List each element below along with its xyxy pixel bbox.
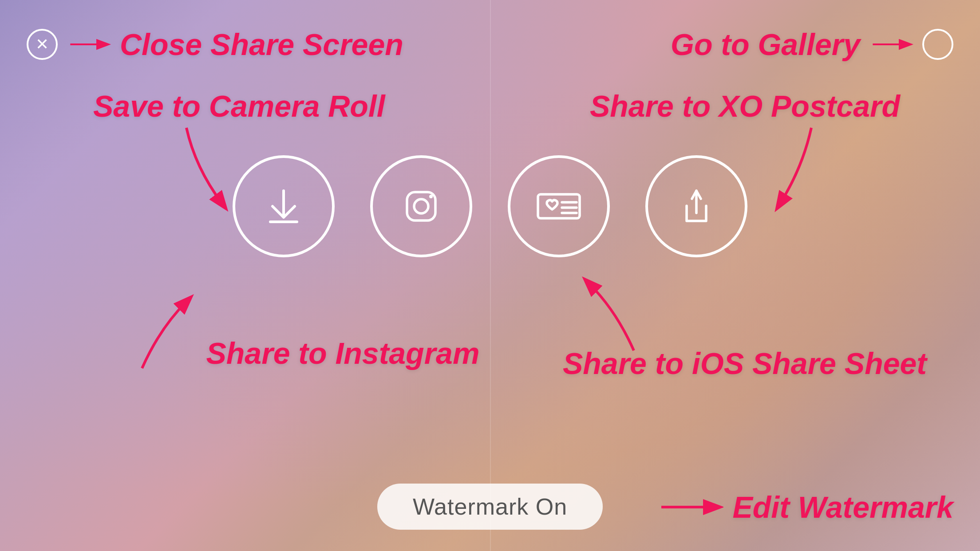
ios-arrow-icon [563, 275, 660, 355]
xo-postcard-button[interactable] [508, 155, 610, 257]
save-camera-roll-button[interactable] [233, 155, 335, 257]
top-bar: ✕ Close Share Screen Go to Gallery [0, 0, 980, 71]
instagram-arrow-icon [115, 293, 204, 373]
icons-area [0, 155, 980, 257]
gallery-arrow-icon [869, 33, 913, 55]
edit-watermark-label: Edit Watermark [732, 490, 953, 524]
ios-label-area: Share to iOS Share Sheet [563, 275, 927, 381]
gallery-group: Go to Gallery [671, 27, 953, 62]
svg-point-6 [429, 195, 433, 198]
edit-watermark-area: Edit Watermark [652, 490, 953, 524]
edit-watermark-arrow-icon [652, 494, 723, 520]
watermark-on-button[interactable]: Watermark On [377, 484, 603, 530]
close-button[interactable]: ✕ [27, 29, 58, 60]
ios-share-button[interactable] [645, 155, 747, 257]
close-label: Close Share Screen [120, 27, 403, 62]
svg-point-5 [414, 199, 428, 213]
instagram-label: Share to Instagram [206, 336, 479, 370]
instagram-icon [399, 184, 443, 228]
xo-postcard-label: Share to XO Postcard [590, 89, 900, 123]
gallery-label: Go to Gallery [671, 27, 860, 62]
close-group: ✕ Close Share Screen [27, 27, 403, 62]
instagram-label-area: Share to Instagram [71, 293, 479, 370]
gallery-button[interactable] [922, 29, 953, 60]
close-arrow-icon [67, 33, 111, 55]
ios-share-sheet-label: Share to iOS Share Sheet [563, 346, 927, 380]
postcard-icon [534, 186, 583, 226]
instagram-button[interactable] [370, 155, 472, 257]
download-icon [264, 186, 304, 226]
share-icon [679, 186, 714, 226]
save-camera-roll-label: Save to Camera Roll [93, 89, 385, 123]
share-screen: ✕ Close Share Screen Go to Gallery [0, 0, 980, 551]
svg-rect-7 [538, 194, 580, 218]
